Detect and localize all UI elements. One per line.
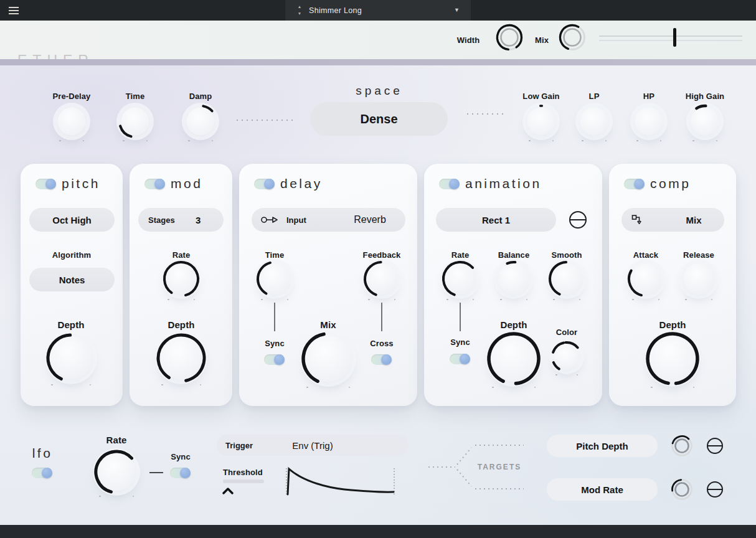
animation-color-label: Color bbox=[545, 328, 588, 337]
delay-input-selector[interactable]: Input Reverb bbox=[252, 208, 405, 232]
target-1-amount-knob[interactable] bbox=[670, 434, 694, 458]
lfo-sync-label: Sync bbox=[156, 452, 206, 461]
mod-stages-selector[interactable]: Stages 3 bbox=[138, 208, 224, 232]
animation-shape-value: Rect 1 bbox=[482, 215, 510, 225]
reverb-time-knob[interactable] bbox=[121, 107, 149, 136]
animation-sync-label: Sync bbox=[435, 337, 485, 347]
low-gain-label: Low Gain bbox=[513, 92, 569, 101]
preset-down-icon[interactable]: ▼ bbox=[296, 10, 303, 17]
pitch-algorithm-selector[interactable]: Notes bbox=[29, 268, 115, 291]
comp-depth-knob[interactable] bbox=[649, 335, 696, 382]
lfo-trigger-selector[interactable]: Trigger Env (Trig) bbox=[217, 435, 409, 456]
animation-color-knob[interactable] bbox=[554, 344, 580, 370]
animation-card-title: animation bbox=[465, 176, 542, 191]
target-2-amount-knob[interactable] bbox=[670, 478, 694, 501]
animation-smooth-knob[interactable] bbox=[551, 263, 582, 295]
delay-sync-toggle[interactable] bbox=[264, 354, 285, 365]
hp-knob[interactable] bbox=[635, 107, 663, 136]
pitch-depth-knob[interactable] bbox=[49, 336, 93, 380]
hamburger-menu-icon[interactable] bbox=[9, 7, 19, 14]
delay-feedback-label: Feedback bbox=[357, 250, 407, 260]
mix-knob[interactable] bbox=[558, 23, 587, 52]
animation-bypass-icon[interactable] bbox=[569, 211, 587, 229]
width-knob[interactable] bbox=[495, 23, 524, 52]
lp-label: LP bbox=[575, 92, 613, 101]
preset-dropdown-icon[interactable]: ▼ bbox=[454, 7, 460, 13]
stages-value: 3 bbox=[196, 215, 201, 225]
pitch-interval-value: Oct High bbox=[52, 215, 92, 225]
pitch-depth-label: Depth bbox=[46, 319, 96, 330]
target-2-value: Mod Rate bbox=[581, 484, 623, 495]
animation-depth-knob[interactable] bbox=[490, 335, 537, 382]
pitch-interval-selector[interactable]: Oct High bbox=[29, 208, 115, 232]
delay-time-knob[interactable] bbox=[259, 263, 290, 295]
rate-sync-connector bbox=[460, 303, 461, 331]
animation-sync-toggle[interactable] bbox=[450, 354, 470, 364]
damp-knob[interactable] bbox=[186, 107, 215, 136]
low-gain-knob[interactable] bbox=[527, 107, 555, 136]
delay-input-value: Reverb bbox=[345, 214, 395, 225]
preset-name[interactable]: Shimmer Long bbox=[309, 6, 362, 15]
delay-mix-label: Mix bbox=[303, 319, 353, 330]
delay-cross-toggle[interactable] bbox=[371, 354, 392, 365]
target-1-value: Pitch Depth bbox=[576, 441, 628, 451]
slider-handle[interactable] bbox=[673, 28, 676, 47]
mod-depth-label: Depth bbox=[156, 319, 206, 330]
comp-mode-selector[interactable]: Mix bbox=[621, 208, 724, 232]
delay-card-title: delay bbox=[280, 176, 323, 191]
delay-cross-label: Cross bbox=[357, 339, 407, 348]
lfo-title: lfo bbox=[24, 446, 61, 461]
lfo-target-2-selector[interactable]: Mod Rate bbox=[547, 478, 658, 501]
space-title: space bbox=[342, 84, 417, 98]
time-sync-connector bbox=[274, 303, 275, 331]
envelope-display bbox=[283, 463, 399, 498]
lfo-enable-toggle[interactable] bbox=[32, 468, 52, 478]
accent-band bbox=[0, 59, 756, 65]
preset-selector[interactable]: ▲ ▼ Shimmer Long ▼ bbox=[285, 0, 471, 21]
animation-balance-knob[interactable] bbox=[498, 263, 529, 295]
comp-attack-knob[interactable] bbox=[630, 263, 661, 295]
comp-card: comp Mix Attack Release Depth bbox=[609, 164, 736, 406]
delay-feedback-knob[interactable] bbox=[366, 263, 397, 295]
pitch-card-title: pitch bbox=[62, 176, 100, 191]
title-bar: ▲ ▼ Shimmer Long ▼ bbox=[0, 0, 756, 21]
space-type-selector[interactable]: Dense bbox=[310, 102, 448, 136]
mod-enable-toggle[interactable] bbox=[144, 179, 165, 189]
comp-depth-label: Depth bbox=[648, 319, 697, 330]
animation-enable-toggle[interactable] bbox=[439, 179, 460, 189]
targets-label: TARGETS bbox=[475, 463, 524, 471]
comp-route-icon bbox=[631, 214, 643, 225]
high-gain-knob[interactable] bbox=[691, 107, 719, 136]
comp-release-knob[interactable] bbox=[683, 263, 714, 295]
animation-rate-knob[interactable] bbox=[445, 263, 476, 295]
signal-route-icon bbox=[260, 215, 279, 224]
preset-up-icon[interactable]: ▲ bbox=[296, 3, 303, 10]
output-slider[interactable] bbox=[599, 27, 742, 47]
mod-depth-knob[interactable] bbox=[159, 336, 203, 380]
comp-attack-label: Attack bbox=[621, 250, 671, 260]
threshold-label: Threshold bbox=[223, 468, 279, 477]
target-2-bypass-icon[interactable] bbox=[707, 481, 723, 498]
mod-card: mod Stages 3 Rate Depth bbox=[130, 164, 232, 406]
lfo-target-1-selector[interactable]: Pitch Depth bbox=[547, 435, 658, 457]
slider-track-2 bbox=[599, 40, 742, 41]
threshold-marker-icon[interactable] bbox=[222, 487, 234, 495]
preset-prev-next-spinner[interactable]: ▲ ▼ bbox=[296, 3, 303, 17]
lfo-rate-knob[interactable] bbox=[97, 453, 136, 491]
predelay-label: Pre-Delay bbox=[47, 92, 97, 101]
pitch-enable-toggle[interactable] bbox=[35, 179, 56, 189]
lfo-sync-toggle[interactable] bbox=[170, 468, 191, 478]
animation-shape-selector[interactable]: Rect 1 bbox=[436, 208, 556, 232]
delay-mix-knob[interactable] bbox=[305, 335, 352, 382]
mix-label: Mix bbox=[531, 35, 552, 45]
threshold-slider[interactable] bbox=[223, 479, 264, 483]
mod-rate-knob[interactable] bbox=[166, 263, 197, 295]
lp-knob[interactable] bbox=[580, 107, 608, 136]
stages-label: Stages bbox=[148, 215, 175, 225]
predelay-knob[interactable] bbox=[57, 107, 86, 136]
animation-card: animation Rect 1 Rate Balance Smooth Syn… bbox=[424, 164, 602, 406]
mod-card-title: mod bbox=[171, 176, 202, 191]
comp-enable-toggle[interactable] bbox=[624, 179, 645, 189]
delay-enable-toggle[interactable] bbox=[254, 179, 275, 189]
target-1-bypass-icon[interactable] bbox=[707, 438, 723, 454]
